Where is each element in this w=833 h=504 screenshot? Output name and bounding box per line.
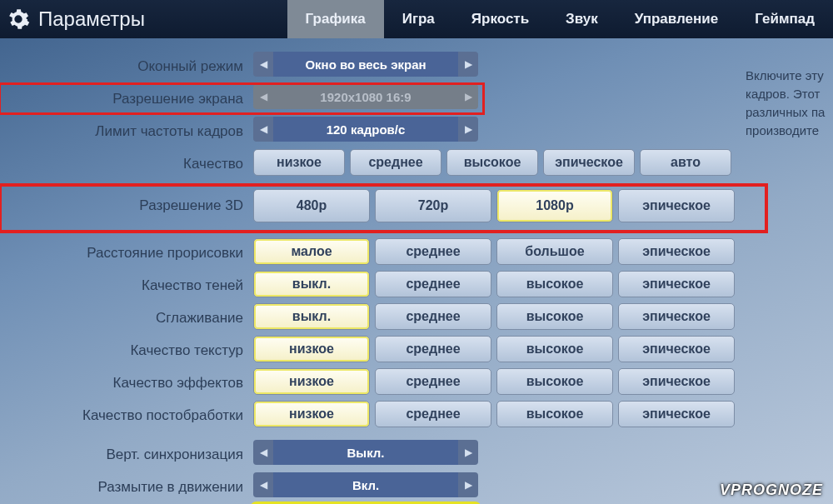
opt-view-dist-3[interactable]: эпическое [618,238,735,265]
arrow-right-icon[interactable]: ▶ [458,440,478,465]
label-res3d: Разрешение 3D [0,189,253,227]
opts-aa: выкл. среднее высокое эпическое [253,303,766,332]
label-motion-blur: Размытие в движении [0,472,253,502]
opt-textures-2[interactable]: высокое [496,336,613,362]
opt-aa-1[interactable]: среднее [375,303,491,330]
opt-quality-epic[interactable]: эпическое [543,149,635,176]
header-bar: Параметры Графика Игра Яркость Звук Упра… [0,0,833,38]
opt-effects-2[interactable]: высокое [496,368,613,395]
arrow-right-icon[interactable]: ▶ [458,472,478,497]
label-view-dist: Расстояние прорисовки [0,238,253,267]
nav-tabs: Графика Игра Яркость Звук Управление Гей… [287,0,833,38]
row-window-mode: Оконный режим ◀ Окно во весь экран ▶ [0,52,766,81]
spinner-resolution: ◀ 1920x1080 16:9 ▶ [253,84,478,109]
opt-textures-0[interactable]: низкое [253,336,370,362]
tab-game[interactable]: Игра [384,0,453,38]
opts-res3d: 480p 720p 1080p эпическое [253,189,766,227]
tab-sound[interactable]: Звук [547,0,616,38]
value-fps-limit[interactable]: 120 кадров/с [273,117,458,142]
opt-res3d-epic[interactable]: эпическое [618,189,735,222]
row-motion-blur: Размытие в движении ◀ Вкл. ▶ [0,472,766,502]
value-window-mode[interactable]: Окно во весь экран [273,52,458,77]
label-postfx: Качество постобработки [0,401,253,430]
label-quality: Качество [0,149,253,178]
opt-view-dist-0[interactable]: малое [253,238,370,265]
row-fps-limit: Лимит частоты кадров ◀ 120 кадров/с ▶ [0,117,766,146]
row-vsync: Верт. синхронизация ◀ Выкл. ▶ [0,440,766,469]
opt-quality-medium[interactable]: среднее [350,149,441,176]
label-effects: Качество эффектов [0,368,253,397]
opt-postfx-0[interactable]: низкое [253,401,370,427]
opt-res3d-720p[interactable]: 720p [375,189,491,222]
opts-textures: низкое среднее высокое эпическое [253,336,766,365]
label-vsync: Верт. синхронизация [0,440,253,469]
opt-textures-1[interactable]: среднее [375,336,491,362]
arrow-left-icon[interactable]: ◀ [253,52,273,77]
opt-textures-3[interactable]: эпическое [618,336,735,362]
opt-view-dist-1[interactable]: среднее [375,238,491,265]
opts-view-dist: малое среднее большое эпическое [253,238,766,267]
spinner-window-mode: ◀ Окно во весь экран ▶ [253,52,478,77]
opt-aa-3[interactable]: эпическое [618,303,735,330]
arrow-left-icon[interactable]: ◀ [253,472,273,497]
label-fps-limit: Лимит частоты кадров [0,117,253,146]
arrow-left-icon[interactable]: ◀ [253,117,273,142]
opt-quality-low[interactable]: низкое [253,149,345,176]
label-window-mode: Оконный режим [0,52,253,81]
label-textures: Качество текстур [0,336,253,365]
tab-gamepad[interactable]: Геймпад [736,0,833,38]
row-aa: Сглаживание выкл. среднее высокое эпичес… [0,303,766,332]
row-shadows: Качество теней выкл. среднее высокое эпи… [0,271,766,300]
value-vsync[interactable]: Выкл. [273,440,458,465]
opt-postfx-2[interactable]: высокое [496,401,613,427]
opt-effects-0[interactable]: низкое [253,368,370,395]
settings-panel: Оконный режим ◀ Окно во весь экран ▶ Раз… [0,52,766,504]
arrow-right-icon: ▶ [458,84,478,109]
opt-effects-3[interactable]: эпическое [618,368,735,395]
arrow-right-icon[interactable]: ▶ [458,52,478,77]
spinner-vsync: ◀ Выкл. ▶ [253,440,478,465]
tab-controls[interactable]: Управление [616,0,736,38]
opts-effects: низкое среднее высокое эпическое [253,368,766,397]
row-textures: Качество текстур низкое среднее высокое … [0,336,766,365]
value-motion-blur[interactable]: Вкл. [273,472,458,497]
opt-aa-2[interactable]: высокое [496,303,613,330]
label-shadows: Качество теней [0,271,253,300]
row-resolution: Разрешение экрана ◀ 1920x1080 16:9 ▶ [0,84,483,113]
row-postfx: Качество постобработки низкое среднее вы… [0,401,766,430]
label-aa: Сглаживание [0,303,253,332]
spinner-fps-limit: ◀ 120 кадров/с ▶ [253,117,478,142]
arrow-left-icon: ◀ [253,84,273,109]
opt-res3d-480p[interactable]: 480p [253,189,370,222]
row-effects: Качество эффектов низкое среднее высокое… [0,368,766,397]
row-view-dist: Расстояние прорисовки малое среднее боль… [0,238,766,267]
arrow-right-icon[interactable]: ▶ [458,117,478,142]
opt-effects-1[interactable]: среднее [375,368,491,395]
opts-quality: низкое среднее высокое эпическое авто [253,149,766,178]
opt-shadows-1[interactable]: среднее [375,271,491,297]
watermark: VPROGNOZE [720,482,823,499]
opt-res3d-1080p[interactable]: 1080p [496,189,613,222]
value-resolution: 1920x1080 16:9 [273,84,458,109]
label-resolution: Разрешение экрана [0,84,253,113]
opt-shadows-2[interactable]: высокое [496,271,613,297]
opt-aa-0[interactable]: выкл. [253,303,370,330]
opts-postfx: низкое среднее высокое эпическое [253,401,766,430]
opt-view-dist-2[interactable]: большое [496,238,613,265]
opts-shadows: выкл. среднее высокое эпическое [253,271,766,300]
opt-postfx-1[interactable]: среднее [375,401,491,427]
row-res3d: Разрешение 3D 480p 720p 1080p эпическое [0,185,766,232]
opt-shadows-0[interactable]: выкл. [253,271,370,297]
row-quality: Качество низкое среднее высокое эпическо… [0,149,766,178]
spinner-motion-blur: ◀ Вкл. ▶ [253,472,478,497]
tab-graphics[interactable]: Графика [287,0,384,38]
opt-postfx-3[interactable]: эпическое [618,401,735,427]
opt-shadows-3[interactable]: эпическое [618,271,735,297]
opt-quality-high[interactable]: высокое [446,149,538,176]
opt-quality-auto[interactable]: авто [640,149,731,176]
title-block: Параметры [7,0,287,38]
gear-icon [7,7,30,31]
arrow-left-icon[interactable]: ◀ [253,440,273,465]
page-title: Параметры [38,7,145,31]
tab-brightness[interactable]: Яркость [453,0,547,38]
